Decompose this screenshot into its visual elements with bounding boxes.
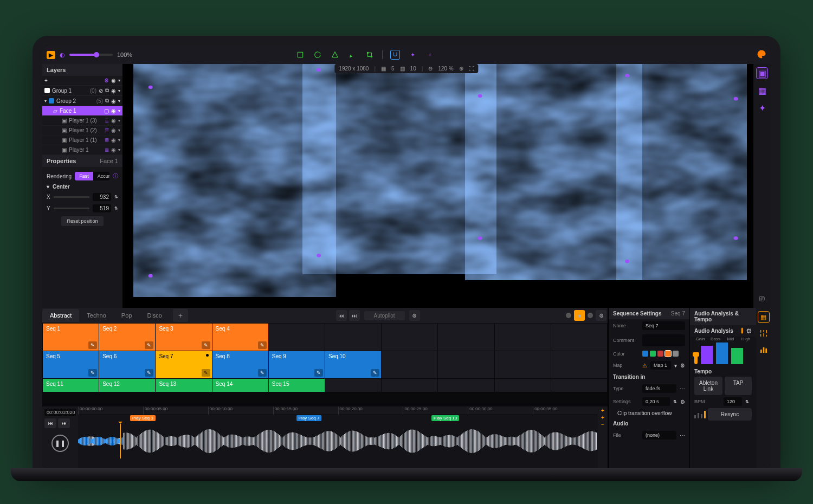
eye-icon[interactable]: ◉ [111, 137, 116, 143]
copy-icon[interactable]: ⧉ [105, 98, 109, 104]
map-settings-icon[interactable]: ⚙ [680, 363, 685, 369]
record-active-icon[interactable]: ■ [574, 310, 585, 321]
layer-group-1[interactable]: Group 1 (0) ⊘ ⧉ ◉ ▾ [42, 86, 122, 96]
map-warning-icon[interactable]: ⚠ [642, 363, 647, 369]
tap-button[interactable]: TAP [725, 377, 752, 395]
tab-disco[interactable]: Disco [139, 309, 170, 322]
layer-player-1[interactable]: ▣ Player 1 ≣ ◉ ▾ [42, 145, 122, 155]
zoom-out-button[interactable]: − [601, 422, 604, 428]
reset-position-button[interactable]: Reset position [61, 216, 103, 226]
tab-abstract[interactable]: Abstract [42, 309, 79, 322]
settings-gear-icon[interactable]: ⚙ [680, 399, 685, 405]
edit-icon[interactable]: ✎ [145, 369, 153, 377]
sequence-cell[interactable]: Seq 12 [99, 379, 155, 392]
magnet-icon[interactable] [390, 50, 400, 60]
eye-icon[interactable]: ◉ [111, 108, 116, 114]
sequence-cell[interactable]: Seq 13 [156, 379, 211, 392]
stepper-icon[interactable]: ⇅ [673, 399, 677, 404]
browse-icon[interactable]: ⋯ [680, 432, 685, 438]
sequence-cell[interactable]: Seq 3✎ [156, 324, 211, 351]
next-button[interactable]: ⏭ [58, 418, 70, 428]
zoom-in-button[interactable]: + [601, 415, 604, 421]
sequence-cell[interactable]: Seq 15 [269, 379, 325, 392]
timeline-marker[interactable]: Play Seq 7 [296, 415, 322, 421]
stepper-icon[interactable]: ⇅ [114, 195, 118, 199]
add-track-button[interactable]: + [601, 408, 604, 413]
rotate-icon[interactable] [313, 50, 322, 60]
edit-icon[interactable]: ✎ [258, 341, 267, 349]
timeline-ruler[interactable]: 00:00:00.0000:00:05.0000:00:10.0000:00:1… [78, 406, 598, 415]
y-slider[interactable] [54, 208, 89, 209]
layout-mode-icon[interactable]: ▣ [756, 67, 768, 79]
autopilot-button[interactable]: Autopilot [364, 311, 405, 320]
add-tab-button[interactable]: + [173, 309, 188, 322]
media-icon[interactable]: ▶ [47, 51, 55, 59]
edit-icon[interactable]: ✎ [202, 369, 210, 377]
rendering-segment[interactable]: Fast Accurate [75, 172, 109, 180]
sequence-cell[interactable]: Seq 2✎ [99, 324, 155, 351]
effects-icon[interactable]: ✦ [756, 102, 768, 114]
bpm-input[interactable]: 120 [724, 397, 742, 406]
snap-icon[interactable]: ✦ [408, 50, 417, 60]
add-icon[interactable]: + [425, 50, 435, 60]
sequence-cell[interactable]: Seq 4✎ [212, 324, 268, 351]
transform-icon[interactable] [365, 50, 375, 60]
dropdown-icon[interactable]: ▾ [674, 363, 677, 369]
sequence-cell[interactable]: Seq 9✎ [269, 351, 325, 378]
record-idle-icon[interactable] [588, 313, 593, 318]
ableton-link-button[interactable]: Ableton Link [694, 377, 722, 395]
waveform[interactable] [78, 424, 598, 458]
seq-comment-input[interactable] [642, 334, 685, 346]
playhead[interactable] [120, 424, 121, 458]
sequence-cell[interactable]: Seq 5✎ [43, 351, 99, 378]
visibility-icon[interactable]: ◉ [111, 77, 116, 83]
grid-settings-icon[interactable]: ⚙ [596, 310, 606, 321]
transition-type-select[interactable]: fade.fs [642, 384, 676, 393]
stack-icon[interactable]: ≣ [105, 127, 109, 133]
crop-icon[interactable] [295, 50, 305, 60]
layer-player-1-3[interactable]: ▣ Player 1 (3) ≣ ◉ ▾ [42, 116, 122, 126]
layer-face-1[interactable]: ▱ Face 1 ▢ ◉ ▾ [42, 106, 122, 116]
sequence-cell[interactable]: Seq 6✎ [99, 351, 155, 378]
contrast-icon[interactable]: ◐ [60, 51, 65, 59]
edit-icon[interactable]: ✎ [202, 341, 210, 349]
opacity-slider[interactable] [69, 54, 113, 56]
chevron-down-icon[interactable]: ▾ [118, 78, 120, 83]
levels-icon[interactable] [758, 344, 770, 356]
edit-icon[interactable]: ✎ [88, 341, 97, 349]
layer-group-2[interactable]: ▾ Group 2 (5) ⧉ ◉ ▾ [42, 96, 122, 106]
mask-icon[interactable]: ▢ [104, 108, 109, 114]
transition-duration-input[interactable]: 0,20 s [642, 397, 670, 406]
edit-icon[interactable]: ✎ [371, 369, 379, 377]
sequence-cell[interactable]: Seq 7✎ [156, 351, 211, 378]
pen-icon[interactable] [347, 50, 357, 60]
audio-settings-icon[interactable]: ⚙ [746, 328, 752, 334]
zoom-out-icon[interactable]: ⊖ [428, 66, 433, 72]
mixer-icon[interactable] [758, 327, 770, 339]
viewport[interactable] [122, 64, 753, 308]
triangle-icon[interactable] [330, 50, 340, 60]
x-slider[interactable] [54, 196, 89, 198]
sequence-cell[interactable]: Seq 14 [212, 379, 268, 392]
audio-toggle[interactable]: ⏽ [739, 328, 745, 334]
audio-file-select[interactable]: (none) [642, 431, 676, 440]
prev-button[interactable]: ⏮ [44, 418, 56, 428]
eye-icon[interactable]: ◉ [111, 147, 116, 153]
y-input[interactable]: 519 [93, 204, 111, 212]
edit-icon[interactable]: ✎ [145, 341, 153, 349]
monitor-icon[interactable]: ⎚ [756, 293, 768, 305]
pause-button[interactable]: ❚❚ [51, 435, 69, 452]
tab-pop[interactable]: Pop [114, 309, 140, 322]
edit-icon[interactable]: ✎ [258, 369, 267, 377]
skip-back-button[interactable]: ⏮ [336, 310, 347, 321]
sequence-cell[interactable]: Seq 11 [43, 379, 99, 392]
x-input[interactable]: 932 [93, 193, 111, 201]
grid-view-icon[interactable]: ▦ [758, 311, 770, 323]
edit-icon[interactable]: ✎ [314, 369, 323, 377]
stack-icon[interactable]: ≣ [105, 137, 109, 143]
fit-icon[interactable]: ⛶ [469, 66, 474, 72]
eye-icon[interactable]: ◉ [111, 127, 116, 133]
eye-icon[interactable]: ◉ [111, 118, 116, 124]
eye-icon[interactable]: ◉ [111, 98, 116, 104]
resync-button[interactable]: Resync [708, 408, 752, 421]
